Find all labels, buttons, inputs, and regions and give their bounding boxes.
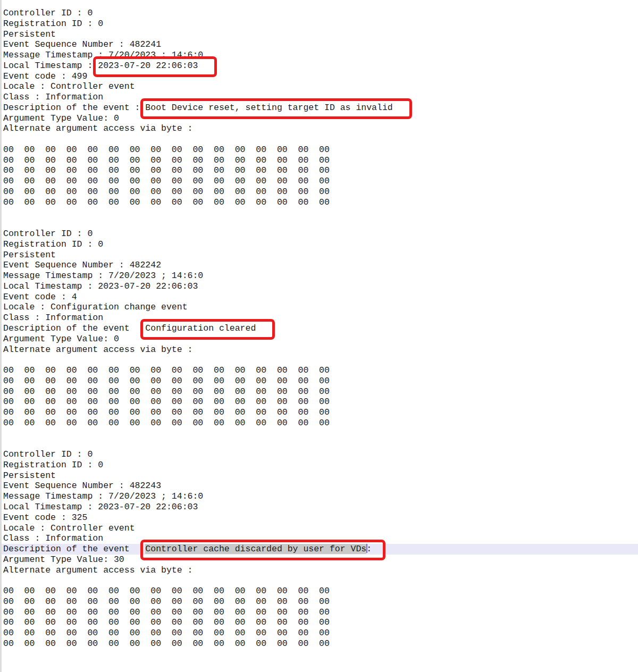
log-text: Registration ID : 0: [3, 460, 103, 470]
log-line: Event code : 4: [2, 292, 638, 303]
log-line: Alternate argument access via byte :: [2, 123, 638, 134]
log-text: Locale : Controller event: [3, 81, 135, 91]
log-text: Persistent: [3, 471, 56, 481]
log-line: Registration ID : 0: [2, 19, 638, 29]
log-line: Class : Information: [2, 533, 638, 544]
log-text: Locale : Configuration change event: [3, 302, 188, 312]
hex-row: 00 00 00 00 00 00 00 00 00 00 00 00 00 0…: [2, 187, 638, 197]
log-text: Controller ID : 0: [3, 8, 93, 18]
log-text: Description of the event :: [3, 103, 145, 113]
log-line: Persistent: [2, 29, 638, 40]
log-line: Event Sequence Number : 482243: [2, 481, 638, 491]
log-line: Controller ID : 0: [2, 449, 638, 460]
log-line: Argument Type Value: 30: [2, 555, 638, 565]
hex-row: 00 00 00 00 00 00 00 00 00 00 00 00 00 0…: [2, 407, 638, 418]
hex-row: 00 00 00 00 00 00 00 00 00 00 00 00 00 0…: [2, 397, 638, 407]
log-text: Event code : 325: [3, 513, 87, 523]
log-viewer-window: Controller ID : 0Registration ID : 0Pers…: [0, 0, 638, 672]
log-text: Event Sequence Number : 482242: [3, 260, 161, 270]
log-line: Alternate argument access via byte :: [2, 345, 638, 355]
log-text: Message Timestamp : 7/20/2023 ; 14:6:0: [3, 271, 203, 281]
log-line: Message Timestamp : 7/20/2023 ; 14:6:0: [2, 271, 638, 281]
log-text: Alternate argument access via byte :: [3, 565, 192, 575]
hex-row: 00 00 00 00 00 00 00 00 00 00 00 00 00 0…: [2, 597, 638, 607]
log-line: Event code : 325: [2, 513, 638, 523]
annotation-redbox-text: Configuration cleared: [145, 323, 256, 333]
blank-line: [2, 218, 638, 229]
log-text: Argument Type Value: 30: [3, 555, 124, 565]
log-line: Local Timestamp : 2023-07-20 22:06:03: [2, 502, 638, 513]
log-text: Argument Type Value: 0: [3, 334, 119, 344]
log-text: Class : Information: [3, 92, 103, 102]
log-line: Class : Information: [2, 313, 638, 323]
log-line: Locale : Controller event: [2, 81, 638, 92]
hex-row: 00 00 00 00 00 00 00 00 00 00 00 00 00 0…: [2, 607, 638, 618]
log-text: Argument Type Value: 0: [3, 113, 119, 123]
blank-line: [2, 355, 638, 365]
hex-row: 00 00 00 00 00 00 00 00 00 00 00 00 00 0…: [2, 197, 638, 208]
text-caret: [366, 544, 367, 553]
hex-row: 00 00 00 00 00 00 00 00 00 00 00 00 00 0…: [2, 176, 638, 187]
hex-row: 00 00 00 00 00 00 00 00 00 00 00 00 00 0…: [2, 628, 638, 639]
log-line: Message Timestamp : 7/20/2023 ; 14:6:0: [2, 50, 638, 61]
log-line: Locale : Configuration change event: [2, 302, 638, 313]
annotation-redbox-text: Controller cache discarded by user for V…: [145, 544, 366, 554]
log-line: Local Timestamp : 2023-07-20 22:06:03: [2, 281, 638, 292]
log-line: Registration ID : 0: [2, 239, 638, 250]
log-line: Event code : 499: [2, 71, 638, 82]
log-line: Description of the event : Boot Device r…: [2, 103, 638, 113]
log-text: Controller ID : 0: [3, 229, 93, 239]
log-text: Class : Information: [3, 533, 103, 543]
hex-row: 00 00 00 00 00 00 00 00 00 00 00 00 00 0…: [2, 617, 638, 628]
log-text: Locale : Controller event: [3, 523, 135, 533]
blank-line: [2, 439, 638, 449]
log-line: Argument Type Value: 0: [2, 113, 638, 124]
log-line: Local Timestamp : 2023-07-20 22:06:03: [2, 61, 638, 71]
hex-row: 00 00 00 00 00 00 00 00 00 00 00 00 00 0…: [2, 376, 638, 387]
hex-row: 00 00 00 00 00 00 00 00 00 00 00 00 00 0…: [2, 365, 638, 376]
blank-line: [2, 575, 638, 586]
log-text: Persistent: [3, 29, 56, 39]
log-line: Alternate argument access via byte :: [2, 565, 638, 576]
hex-row: 00 00 00 00 00 00 00 00 00 00 00 00 00 0…: [2, 418, 638, 429]
hex-row: 00 00 00 00 00 00 00 00 00 00 00 00 00 0…: [2, 145, 638, 155]
log-line: Description of the event Configuration c…: [2, 323, 638, 334]
log-text: Message Timestamp : 7/20/2023 ; 14:6:0: [3, 50, 203, 60]
hex-row: 00 00 00 00 00 00 00 00 00 00 00 00 00 0…: [2, 387, 638, 397]
log-text: Registration ID : 0: [3, 19, 103, 29]
hex-row: 00 00 00 00 00 00 00 00 00 00 00 00 00 0…: [2, 155, 638, 166]
log-text: Event code : 4: [3, 292, 77, 302]
log-text: Description of the event: [3, 544, 145, 554]
log-text: Registration ID : 0: [3, 239, 103, 249]
hex-row: 00 00 00 00 00 00 00 00 00 00 00 00 00 0…: [2, 586, 638, 597]
log-text: Description of the event: [3, 323, 145, 333]
log-line: Event Sequence Number : 482242: [2, 260, 638, 271]
log-line: Description of the event Controller cach…: [2, 544, 638, 555]
hex-row: 00 00 00 00 00 00 00 00 00 00 00 00 00 0…: [2, 165, 638, 176]
log-text: Local Timestamp :: [3, 61, 98, 71]
log-line: Controller ID : 0: [2, 8, 638, 19]
log-line: Persistent: [2, 250, 638, 261]
log-text: Class : Information: [3, 313, 103, 323]
log-text: Local Timestamp : 2023-07-20 22:06:03: [3, 281, 198, 291]
log-line: Controller ID : 0: [2, 229, 638, 239]
log-line: Persistent: [2, 471, 638, 481]
annotation-redbox-text: Boot Device reset, setting target ID as …: [145, 103, 392, 113]
log-line: Locale : Controller event: [2, 523, 638, 534]
log-content[interactable]: Controller ID : 0Registration ID : 0Pers…: [2, 0, 638, 670]
blank-line: [2, 649, 638, 660]
log-text: Event code : 499: [3, 71, 87, 81]
annotation-redbox-text: 2023-07-20 22:06:03: [98, 61, 198, 71]
log-text: Persistent: [3, 250, 56, 260]
blank-line: [2, 659, 638, 670]
log-text: Event Sequence Number : 482243: [3, 481, 161, 491]
blank-line: [2, 134, 638, 145]
log-text: Alternate argument access via byte :: [3, 345, 192, 355]
blank-line: [2, 429, 638, 439]
log-line: Event Sequence Number : 482241: [2, 39, 638, 50]
log-line: Registration ID : 0: [2, 460, 638, 471]
log-text: Controller ID : 0: [3, 449, 93, 459]
log-line: Message Timestamp : 7/20/2023 ; 14:6:0: [2, 491, 638, 502]
log-text: Local Timestamp : 2023-07-20 22:06:03: [3, 502, 198, 512]
log-text: Event Sequence Number : 482241: [3, 39, 161, 49]
